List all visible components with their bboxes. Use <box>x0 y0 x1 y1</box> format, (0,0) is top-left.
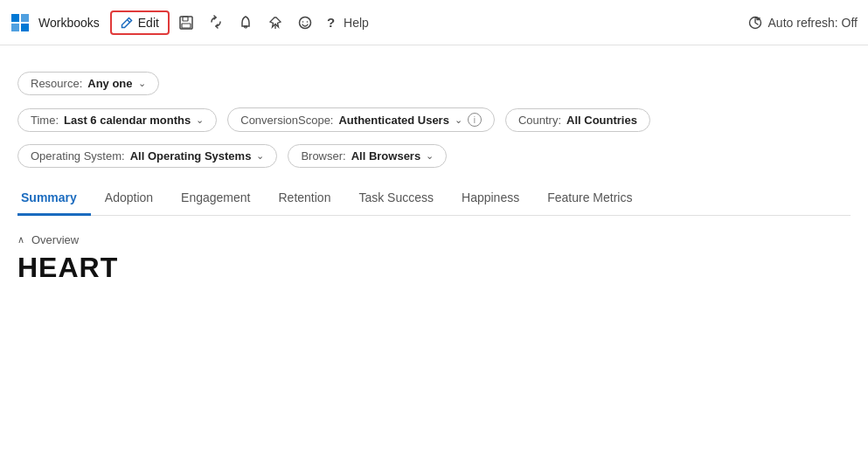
refresh-button[interactable] <box>203 10 229 36</box>
country-filter[interactable]: Country: All Countries <box>505 108 650 132</box>
help-section: ? Help <box>322 10 369 35</box>
browser-filter-chevron: ⌄ <box>426 150 434 162</box>
save-button[interactable] <box>173 10 199 36</box>
resource-filter-label: Resource: <box>31 77 82 90</box>
os-filter[interactable]: Operating System: All Operating Systems … <box>17 144 277 168</box>
svg-point-12 <box>307 21 309 23</box>
notifications-button[interactable] <box>233 10 259 36</box>
svg-rect-7 <box>182 24 191 28</box>
refresh-icon <box>208 15 224 31</box>
conversion-scope-value: Authenticated Users <box>338 114 448 127</box>
os-filter-label: Operating System: <box>31 149 125 163</box>
filter-row-resource: Resource: Any one ⌄ <box>17 72 851 95</box>
svg-line-4 <box>127 19 129 22</box>
edit-icon <box>121 17 133 29</box>
toolbar: Workbooks Edit <box>0 0 868 45</box>
conversion-scope-filter[interactable]: ConversionScope: Authenticated Users ⌄ i <box>227 107 495 132</box>
svg-point-11 <box>302 21 304 23</box>
os-filter-value: All Operating Systems <box>130 149 252 163</box>
edit-label: Edit <box>138 16 159 30</box>
smiley-icon <box>297 15 313 31</box>
autorefresh-section[interactable]: Auto refresh: Off <box>747 15 858 31</box>
overview-section: ∧ Overview HEART <box>17 233 851 284</box>
browser-filter-value: All Browsers <box>351 149 420 163</box>
tab-engagement[interactable]: Engagement <box>167 183 264 216</box>
svg-rect-0 <box>11 14 19 22</box>
autorefresh-label: Auto refresh: Off <box>768 16 858 30</box>
heart-title: HEART <box>17 252 851 284</box>
country-filter-value: All Countries <box>566 114 637 127</box>
time-filter-value: Last 6 calendar months <box>64 114 191 127</box>
tab-task-success[interactable]: Task Success <box>344 183 448 216</box>
tab-happiness[interactable]: Happiness <box>448 183 533 216</box>
overview-chevron-icon: ∧ <box>17 234 24 246</box>
autorefresh-icon <box>747 15 763 31</box>
resource-filter-value: Any one <box>87 77 132 90</box>
overview-header-label: Overview <box>31 233 79 246</box>
help-button[interactable]: ? <box>322 10 340 35</box>
resource-filter[interactable]: Resource: Any one ⌄ <box>17 72 159 95</box>
save-icon <box>178 15 194 31</box>
tab-retention[interactable]: Retention <box>265 183 345 216</box>
time-filter-chevron: ⌄ <box>196 114 204 126</box>
os-filter-chevron: ⌄ <box>256 150 264 162</box>
resource-filter-chevron: ⌄ <box>138 78 146 89</box>
country-filter-label: Country: <box>518 114 561 127</box>
pin-icon <box>267 15 283 31</box>
svg-rect-2 <box>11 24 19 31</box>
tab-summary[interactable]: Summary <box>17 183 91 216</box>
filter-row-2: Time: Last 6 calendar months ⌄ Conversio… <box>17 107 851 132</box>
feedback-button[interactable] <box>292 10 318 36</box>
pin-button[interactable] <box>262 10 288 36</box>
bell-icon <box>238 15 253 31</box>
app-logo <box>10 13 30 32</box>
app-name-label: Workbooks <box>38 16 100 30</box>
conversion-scope-info-icon[interactable]: i <box>468 113 482 127</box>
main-content: Resource: Any one ⌄ Time: Last 6 calenda… <box>0 45 868 284</box>
tab-adoption[interactable]: Adoption <box>91 183 167 216</box>
tab-feature-metrics[interactable]: Feature Metrics <box>533 183 646 216</box>
overview-header[interactable]: ∧ Overview <box>17 233 851 246</box>
browser-filter[interactable]: Browser: All Browsers ⌄ <box>288 144 447 168</box>
time-filter-label: Time: <box>31 114 59 127</box>
filter-row-3: Operating System: All Operating Systems … <box>17 144 851 168</box>
svg-rect-3 <box>21 24 29 31</box>
edit-button[interactable]: Edit <box>110 10 170 35</box>
time-filter[interactable]: Time: Last 6 calendar months ⌄ <box>17 108 217 132</box>
tabs-navigation: Summary Adoption Engagement Retention Ta… <box>17 183 851 216</box>
conversion-scope-label: ConversionScope: <box>240 114 333 127</box>
conversion-scope-chevron: ⌄ <box>455 114 462 126</box>
browser-filter-label: Browser: <box>301 149 345 163</box>
help-label: Help <box>344 16 369 30</box>
svg-rect-1 <box>21 14 29 22</box>
